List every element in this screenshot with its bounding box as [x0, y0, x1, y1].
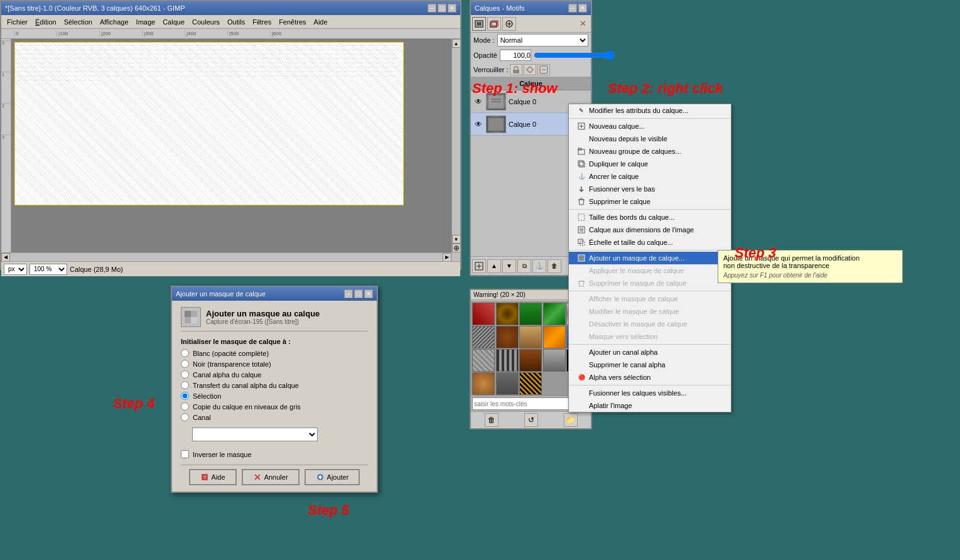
lower-layer-button[interactable]: ▼	[502, 259, 516, 273]
unit-select[interactable]: px	[4, 264, 27, 275]
pattern-9[interactable]	[543, 326, 566, 348]
layers-minimize[interactable]: ─	[568, 4, 577, 13]
mode-select[interactable]: Normal	[497, 34, 588, 46]
pattern-17[interactable]	[496, 372, 519, 395]
ctx-modify-attrs[interactable]: ✎ Modifier les attributs du calque...	[569, 104, 731, 117]
menu-selection[interactable]: Sélection	[61, 18, 95, 26]
ctx-alpha-to-sel[interactable]: 🔴 Alpha vers sélection	[569, 371, 731, 384]
patterns-folder-button[interactable]: 📁	[564, 413, 578, 427]
pattern-6[interactable]	[472, 326, 495, 348]
canvas[interactable]: ···‥···‥···‥···‥·‥···‥···‥···‥···‥···‥··…	[11, 39, 451, 252]
dialog-minimize[interactable]: ─	[344, 289, 353, 298]
radio-channel[interactable]: Canal	[181, 413, 368, 421]
pattern-3[interactable]	[519, 303, 542, 325]
ctx-new-group[interactable]: Nouveau groupe de calques...	[569, 145, 731, 158]
pattern-16[interactable]	[472, 372, 495, 395]
ctx-add-mask[interactable]: Ajouter un masque de calque...	[569, 252, 731, 264]
layers-tb-btn-2[interactable]	[487, 17, 501, 31]
ctx-new-layer[interactable]: Nouveau calque...	[569, 120, 731, 132]
ctx-new-from-visible[interactable]: Nouveau depuis le visible	[569, 132, 731, 145]
layers-tb-btn-3[interactable]	[502, 17, 516, 31]
ctx-add-alpha[interactable]: Ajouter un canal alpha	[569, 346, 731, 358]
menu-edition[interactable]: Édition	[32, 18, 60, 26]
menu-affichage[interactable]: Affichage	[97, 18, 132, 26]
radio-black-input[interactable]	[181, 360, 189, 368]
menu-fichier[interactable]: Fichier	[4, 18, 31, 26]
help-button[interactable]: ? Aide	[189, 469, 237, 485]
pattern-1[interactable]	[472, 303, 495, 325]
ctx-merge-visible[interactable]: Fusionner les calques visibles...	[569, 387, 731, 399]
patterns-refresh-button[interactable]: ↺	[524, 413, 538, 427]
patterns-delete-button[interactable]: 🗑	[485, 413, 499, 427]
menu-couleurs[interactable]: Couleurs	[189, 18, 223, 26]
lock-all-button[interactable]	[537, 64, 550, 75]
layer-visibility-1[interactable]: 👁	[473, 119, 483, 129]
pattern-8[interactable]	[519, 326, 542, 348]
opacity-slider[interactable]	[534, 51, 615, 60]
ctx-flatten[interactable]: Aplatir l'image	[569, 399, 731, 412]
minimize-button[interactable]: ─	[428, 4, 436, 13]
menu-calque[interactable]: Calque	[159, 18, 188, 26]
dialog-maximize[interactable]: □	[354, 289, 363, 298]
zoom-select[interactable]: 100 %	[30, 264, 67, 275]
anchor-layer-button[interactable]: ⚓	[532, 259, 546, 273]
radio-grayscale-input[interactable]	[181, 402, 189, 411]
ctx-layer-to-image[interactable]: Calque aux dimensions de l'image	[569, 223, 731, 236]
horizontal-scrollbar[interactable]: ◀ ▶	[1, 252, 451, 261]
radio-white[interactable]: Blanc (opacité complète)	[181, 349, 368, 357]
lock-position-button[interactable]	[524, 64, 536, 75]
invert-checkbox-label[interactable]: Inverser le masque	[181, 450, 368, 458]
radio-transfer-input[interactable]	[181, 381, 189, 389]
radio-transfer[interactable]: Transfert du canal alpha du calque	[181, 381, 368, 389]
ctx-anchor[interactable]: ⚓ Ancrer le calque	[569, 170, 731, 183]
ctx-remove-alpha[interactable]: Supprimer le canal alpha	[569, 358, 731, 371]
menu-outils[interactable]: Outils	[224, 18, 248, 26]
layers-close[interactable]: ✕	[578, 4, 587, 13]
scroll-left-button[interactable]: ◀	[1, 253, 10, 262]
menu-aide[interactable]: Aide	[311, 18, 331, 26]
pattern-7[interactable]	[496, 326, 519, 348]
maximize-button[interactable]: □	[438, 4, 446, 13]
vertical-scrollbar[interactable]: ▲ ▼ ⊕	[451, 39, 460, 252]
pattern-4[interactable]	[543, 303, 566, 325]
opacity-input[interactable]	[500, 50, 531, 61]
ctx-scale-layer[interactable]: Échelle et taille du calque...	[569, 236, 731, 249]
layers-tb-close[interactable]: ✕	[576, 17, 590, 31]
pattern-14[interactable]	[543, 349, 566, 372]
channel-select[interactable]	[192, 428, 318, 441]
invert-checkbox[interactable]	[181, 450, 189, 458]
layer-visibility-0[interactable]: 👁	[473, 97, 483, 107]
scroll-corner-button[interactable]: ⊕	[452, 244, 461, 252]
add-button[interactable]: Ajouter	[305, 469, 360, 485]
radio-alpha[interactable]: Canal alpha du calque	[181, 370, 368, 379]
ctx-delete-layer[interactable]: Supprimer le calque	[569, 195, 731, 208]
scroll-right-button[interactable]: ▶	[443, 253, 451, 262]
radio-black[interactable]: Noir (transparence totale)	[181, 360, 368, 368]
dialog-close[interactable]: ✕	[364, 289, 373, 298]
menu-image[interactable]: Image	[133, 18, 159, 26]
cancel-button[interactable]: Annuler	[242, 469, 299, 485]
ctx-duplicate[interactable]: Dupliquer le calque	[569, 158, 731, 170]
ctx-merge-down[interactable]: Fusionner vers le bas	[569, 183, 731, 195]
pattern-12[interactable]	[496, 349, 519, 372]
delete-layer-button[interactable]: 🗑	[547, 259, 561, 273]
layers-tb-btn-1[interactable]	[472, 17, 486, 31]
pattern-13[interactable]	[519, 349, 542, 372]
lock-pixels-button[interactable]	[510, 64, 522, 75]
radio-channel-input[interactable]	[181, 413, 189, 421]
radio-selection[interactable]: Sélection	[181, 392, 368, 400]
new-layer-button[interactable]	[472, 259, 486, 273]
menu-fenetres[interactable]: Fenêtres	[276, 18, 309, 26]
raise-layer-button[interactable]: ▲	[487, 259, 501, 273]
pattern-18[interactable]	[519, 372, 542, 395]
scroll-up-button[interactable]: ▲	[452, 39, 461, 48]
close-button[interactable]: ✕	[448, 4, 456, 13]
pattern-11[interactable]	[472, 349, 495, 372]
radio-white-input[interactable]	[181, 349, 189, 357]
duplicate-layer-button[interactable]: ⧉	[517, 259, 531, 273]
radio-selection-input[interactable]	[181, 392, 189, 400]
pattern-2[interactable]	[496, 303, 519, 325]
radio-grayscale[interactable]: Copie du calque en niveaux de gris	[181, 402, 368, 411]
scroll-down-button[interactable]: ▼	[452, 235, 461, 244]
ctx-resize-border[interactable]: Taille des bords du calque...	[569, 211, 731, 223]
